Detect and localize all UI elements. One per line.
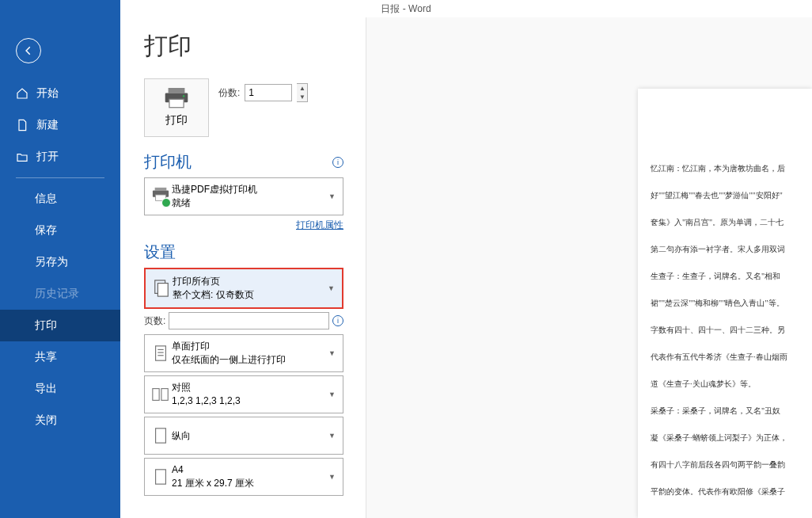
nav-share[interactable]: 共享 <box>0 341 120 373</box>
nav-start[interactable]: 开始 <box>0 78 120 109</box>
pages-icon <box>153 279 170 298</box>
nav-print[interactable]: 打印 <box>0 310 120 341</box>
chevron-down-icon: ▼ <box>328 284 337 292</box>
svg-rect-13 <box>153 389 159 401</box>
svg-rect-16 <box>156 470 166 484</box>
preview-line: 有四十八字前后段各四句两平韵一叠韵 <box>651 456 799 474</box>
copies-down[interactable]: ▼ <box>297 93 307 101</box>
nav-open-label: 打开 <box>36 150 59 164</box>
printer-section-header: 打印机 i <box>144 151 343 173</box>
page-title: 打印 <box>144 30 343 63</box>
preview-line: 生查子：生查子，词牌名。又名"相和 <box>651 268 799 285</box>
duplex-sub: 仅在纸面的一侧上进行打印 <box>172 353 328 367</box>
copies-label: 份数: <box>218 86 240 100</box>
settings-section-header: 设置 <box>144 242 343 263</box>
print-button-label: 打印 <box>165 113 188 128</box>
pages-info-icon[interactable]: i <box>332 315 343 326</box>
duplex-title: 单面打印 <box>172 340 328 353</box>
settings-column: 打印 打印 份数: ▲ ▼ 打印机 i <box>120 17 366 518</box>
printer-name: 迅捷PDF虚拟打印机 <box>172 183 328 196</box>
print-pages-sub: 整个文档: 仅奇数页 <box>173 288 328 302</box>
single-side-icon <box>152 344 169 363</box>
page-preview: 忆江南：忆江南，本为唐教坊曲名，后 好""望江梅""春去也""梦游仙""安阳好"… <box>638 89 812 518</box>
svg-rect-9 <box>156 346 166 360</box>
pages-input[interactable] <box>169 312 329 329</box>
sidebar: 开始 新建 打开 信息 保存 另存为 历史记录 打印 共享 导出 关闭 <box>0 0 120 518</box>
preview-line: 好""望江梅""春去也""梦游仙""安阳好" <box>651 187 799 204</box>
copies-input[interactable] <box>245 84 292 101</box>
chevron-down-icon: ▼ <box>328 432 338 440</box>
chevron-down-icon: ▼ <box>328 390 338 398</box>
preview-line: 代表作有五代牛希济《生查子·春山烟雨 <box>651 349 799 366</box>
preview-line: 第二句亦有添一衬字者。宋人多用双词 <box>651 241 799 258</box>
chevron-down-icon: ▼ <box>328 473 338 481</box>
back-button[interactable] <box>16 38 41 63</box>
printer-status: 就绪 <box>172 196 328 210</box>
paper-title: A4 <box>172 463 328 477</box>
nav-open[interactable]: 打开 <box>0 141 120 173</box>
collate-sub: 1,2,3 1,2,3 1,2,3 <box>172 394 328 408</box>
copies-up[interactable]: ▲ <box>297 84 307 93</box>
printer-info-icon[interactable]: i <box>332 157 343 168</box>
svg-rect-14 <box>161 389 168 401</box>
collate-dropdown[interactable]: 对照 1,2,3 1,2,3 1,2,3 ▼ <box>144 375 343 413</box>
home-icon <box>16 87 28 100</box>
nav-divider <box>16 177 104 178</box>
preview-line: 道《生查子·关山魂梦长》等。 <box>651 375 799 393</box>
nav-history: 历史记录 <box>0 278 120 310</box>
arrow-left-icon <box>23 45 34 56</box>
preview-column: 忆江南：忆江南，本为唐教坊曲名，后 好""望江梅""春去也""梦游仙""安阳好"… <box>366 17 812 518</box>
print-button[interactable]: 打印 <box>144 78 209 137</box>
print-pages-dropdown[interactable]: 打印所有页 整个文档: 仅奇数页 ▼ <box>144 268 343 309</box>
preview-line: 字数有四十、四十一、四十二三种。另 <box>651 322 799 339</box>
collate-icon <box>151 386 170 403</box>
orientation-dropdown[interactable]: 纵向 ▼ <box>144 417 343 455</box>
paper-dropdown[interactable]: A4 21 厘米 x 29.7 厘米 ▼ <box>144 458 343 496</box>
chevron-down-icon: ▼ <box>328 192 338 200</box>
orientation-title: 纵向 <box>172 429 328 443</box>
svg-point-3 <box>183 95 185 97</box>
nav-new-label: 新建 <box>36 118 59 132</box>
printer-status-icon <box>152 187 169 206</box>
folder-open-icon <box>16 150 28 163</box>
titlebar: 日报 - Word <box>0 0 812 17</box>
duplex-dropdown[interactable]: 单面打印 仅在纸面的一侧上进行打印 ▼ <box>144 334 343 372</box>
preview-line: 平韵的变体。代表作有欧阳修《采桑子 <box>651 483 799 501</box>
paper-icon <box>154 468 168 486</box>
pages-label: 页数: <box>144 314 165 328</box>
chevron-down-icon: ▼ <box>328 349 338 357</box>
print-pages-title: 打印所有页 <box>173 275 328 288</box>
preview-line: 忆江南：忆江南，本为唐教坊曲名，后 <box>651 160 799 177</box>
paper-sub: 21 厘米 x 29.7 厘米 <box>172 477 328 490</box>
svg-rect-0 <box>169 88 185 93</box>
nav-start-label: 开始 <box>36 86 59 101</box>
collate-title: 对照 <box>172 381 328 394</box>
svg-rect-8 <box>157 284 168 297</box>
svg-rect-2 <box>169 99 184 107</box>
svg-rect-15 <box>156 428 166 443</box>
nav-new[interactable]: 新建 <box>0 109 120 141</box>
preview-line: 凝《采桑子·蝤蛴领上诃梨子》为正体， <box>651 429 799 447</box>
nav-info[interactable]: 信息 <box>0 183 120 215</box>
file-icon <box>16 119 28 131</box>
preview-line: 奁集》入"南吕宫"。原为单调，二十七 <box>651 214 799 231</box>
svg-rect-6 <box>156 195 166 200</box>
printer-icon <box>164 88 189 109</box>
printer-dropdown[interactable]: 迅捷PDF虚拟打印机 就绪 ▼ <box>144 177 343 215</box>
portrait-icon <box>154 427 168 444</box>
main-area: 打印 打印 份数: ▲ ▼ 打印机 i <box>120 17 812 518</box>
svg-rect-4 <box>155 188 167 191</box>
preview-line: 采桑子：采桑子，词牌名，又名"丑奴 <box>651 402 799 420</box>
nav-close[interactable]: 关闭 <box>0 405 120 436</box>
nav-export[interactable]: 导出 <box>0 373 120 405</box>
nav-saveas[interactable]: 另存为 <box>0 246 120 278</box>
preview-line: 裙""楚云深""梅和柳""晴色入青山"等。 <box>651 295 799 312</box>
copies-spinner: ▲ ▼ <box>297 83 308 102</box>
printer-properties-link[interactable]: 打印机属性 <box>296 219 343 230</box>
nav-save[interactable]: 保存 <box>0 215 120 246</box>
